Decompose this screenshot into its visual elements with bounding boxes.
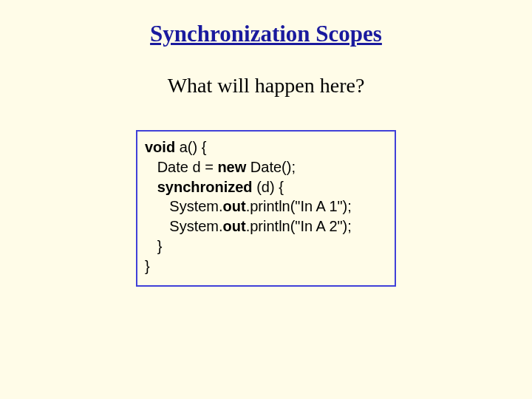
- code-line-5: System.out.println("In A 2");: [145, 216, 387, 236]
- slide: Synchronization Scopes What will happen …: [0, 0, 532, 399]
- kw-new: new: [217, 159, 246, 175]
- code-line-2: Date d = new Date();: [145, 157, 387, 177]
- kw-out-2: out: [223, 218, 246, 234]
- code-line-7: }: [145, 256, 387, 276]
- code-l4b: .println("In A 1");: [246, 198, 352, 214]
- slide-title: Synchronization Scopes: [30, 21, 502, 47]
- kw-void: void: [145, 139, 175, 155]
- code-box: void a() { Date d = new Date(); synchron…: [136, 130, 396, 287]
- code-l1-rest: a() {: [175, 139, 206, 155]
- code-line-3: synchronized (d) {: [145, 177, 387, 197]
- code-l2a: Date d =: [145, 159, 217, 175]
- code-line-6: }: [145, 236, 387, 256]
- slide-subtitle: What will happen here?: [30, 74, 502, 98]
- code-l4a: System.: [145, 198, 223, 214]
- code-l2b: Date();: [246, 159, 296, 175]
- code-l3b: (d) {: [253, 179, 284, 195]
- code-l3a: [145, 179, 157, 195]
- code-line-4: System.out.println("In A 1");: [145, 197, 387, 216]
- code-line-1: void a() {: [145, 137, 387, 157]
- kw-out-1: out: [223, 198, 246, 214]
- kw-synchronized: synchronized: [157, 179, 253, 195]
- code-l5a: System.: [145, 218, 223, 234]
- code-l5b: .println("In A 2");: [246, 218, 352, 234]
